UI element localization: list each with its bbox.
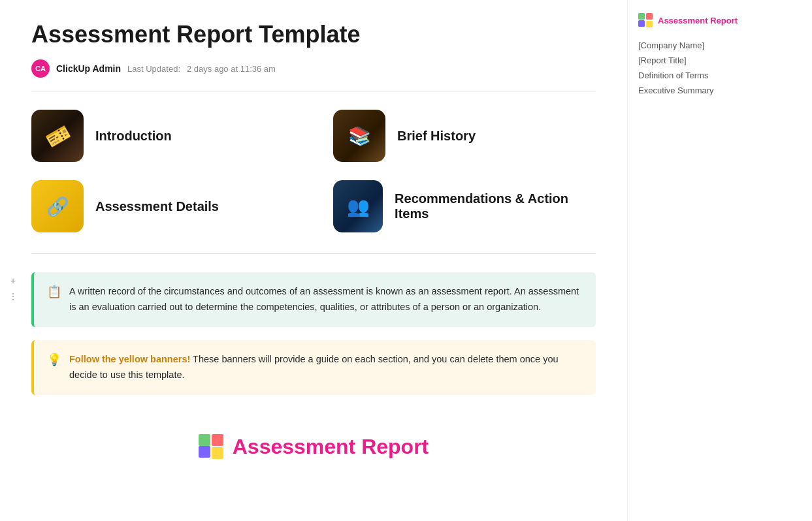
- sidebar: Assessment Report [Company Name] [Report…: [627, 0, 784, 521]
- sidebar-logo-icon: [638, 13, 653, 27]
- recommendations-label: Recommendations & Action Items: [395, 191, 596, 221]
- page-title: Assessment Report Template: [31, 21, 596, 48]
- svg-rect-0: [199, 446, 210, 458]
- drag-handle[interactable]: ⋮: [7, 290, 20, 303]
- margin-controls: + ⋮: [7, 274, 20, 303]
- avatar: CA: [31, 59, 50, 78]
- intro-label: Introduction: [95, 129, 172, 144]
- callout-yellow-text: Follow the yellow banners! These banners…: [69, 352, 583, 383]
- intro-thumbnail: [31, 110, 84, 162]
- svg-rect-4: [638, 20, 645, 27]
- callout-green: 📋 A written record of the circumstances …: [31, 272, 596, 327]
- bottom-title-section: Assessment Report: [31, 421, 596, 459]
- svg-rect-2: [212, 447, 223, 459]
- callout-yellow-highlight: Follow the yellow banners!: [69, 354, 190, 364]
- history-thumbnail: [333, 110, 385, 162]
- svg-rect-3: [199, 434, 210, 446]
- callout-yellow: 💡 Follow the yellow banners! These banne…: [31, 340, 596, 395]
- sidebar-link-executive-summary[interactable]: Executive Summary: [638, 83, 773, 98]
- svg-rect-6: [646, 21, 653, 27]
- history-label: Brief History: [397, 129, 476, 144]
- card-intro[interactable]: Introduction: [31, 110, 294, 162]
- cards-grid: Introduction Brief History Assessment De…: [31, 110, 596, 232]
- svg-rect-7: [638, 13, 645, 20]
- cards-divider: [31, 253, 596, 254]
- sidebar-brand-label: Assessment Report: [658, 16, 738, 25]
- last-updated-value: 2 days ago at 11:36 am: [187, 64, 276, 74]
- header-divider: [31, 91, 596, 91]
- author-name[interactable]: ClickUp Admin: [56, 63, 121, 74]
- assessment-thumbnail: [31, 180, 84, 232]
- card-history[interactable]: Brief History: [333, 110, 596, 162]
- callout-green-icon: 📋: [47, 285, 61, 299]
- bottom-title-text: Assessment Report: [233, 435, 429, 459]
- sidebar-link-definition[interactable]: Definition of Terms: [638, 68, 773, 83]
- add-block-button[interactable]: +: [7, 274, 20, 287]
- sidebar-link-report-title[interactable]: [Report Title]: [638, 53, 773, 68]
- svg-rect-5: [646, 13, 653, 20]
- bottom-logo-icon: [199, 434, 223, 459]
- last-updated-label: Last Updated:: [127, 64, 180, 74]
- callout-yellow-icon: 💡: [47, 353, 61, 367]
- card-recommendations[interactable]: Recommendations & Action Items: [333, 180, 596, 232]
- card-assessment[interactable]: Assessment Details: [31, 180, 294, 232]
- sidebar-brand[interactable]: Assessment Report: [638, 13, 773, 27]
- author-row: CA ClickUp Admin Last Updated: 2 days ag…: [31, 59, 596, 78]
- callout-green-text: A written record of the circumstances an…: [69, 284, 583, 315]
- sidebar-link-company[interactable]: [Company Name]: [638, 38, 773, 53]
- main-content: Assessment Report Template CA ClickUp Ad…: [0, 0, 627, 521]
- recommendations-thumbnail: [333, 180, 383, 232]
- svg-rect-1: [212, 434, 223, 446]
- assessment-label: Assessment Details: [95, 199, 219, 214]
